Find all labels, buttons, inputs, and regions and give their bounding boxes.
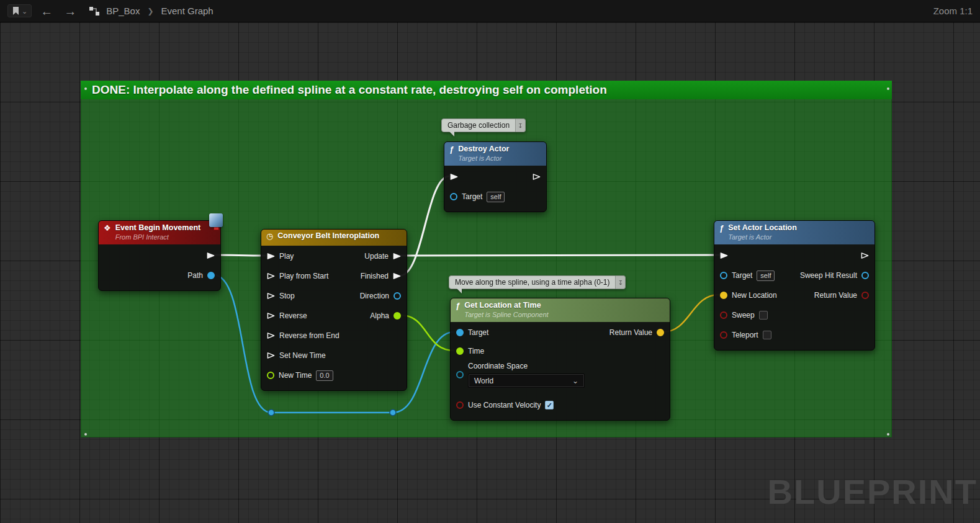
bool-pin-use-constant-velocity[interactable] [456,401,464,409]
object-pin-direction[interactable] [393,292,401,300]
pin-label: New Location [732,291,777,300]
exec-pin-out[interactable] [207,252,215,259]
target-value-field[interactable]: self [757,270,775,281]
node-subtitle: Target is Actor [458,154,509,163]
coordinate-space-dropdown[interactable]: World ⌄ [468,373,585,388]
comment-bubble-get-location: Move along the spline, using a time alph… [449,275,626,289]
node-header[interactable]: ◷ Conveyor Belt Interoplation [261,230,407,246]
graph-icon [89,6,100,16]
float-pin-time[interactable] [456,347,464,355]
back-button[interactable]: ← [38,5,55,17]
exec-pin-reverse-from-end[interactable] [267,332,275,339]
pin-label: Target [462,192,482,201]
comment-bubble-destroy-actor: Garbage collection ↧ [441,118,526,132]
bool-pin-return-value[interactable] [861,292,869,299]
node-title: Destroy Actor [458,145,509,154]
float-pin-alpha[interactable] [393,312,401,320]
exec-pin-set-new-time[interactable] [267,352,275,359]
exec-pin-play-from-start[interactable] [267,272,275,280]
function-icon: ƒ [449,145,454,154]
exec-pin-reverse[interactable] [267,312,275,320]
dropdown-value: World [474,377,493,385]
exec-pin-finished[interactable] [393,272,401,280]
bubble-text: Move along the spline, using a time alph… [449,275,616,289]
teleport-checkbox[interactable] [763,331,771,339]
node-header[interactable]: ƒ Set Actor Location Target is Actor [714,221,874,244]
pin-label: Return Value [814,291,857,300]
node-title: Conveyor Belt Interoplation [277,231,379,241]
node-header[interactable]: ❖ Event Begin Movement From BPI Interact [99,221,220,244]
breadcrumb-chevron-icon: ❯ [146,7,155,16]
pin-label: Reverse from End [279,331,339,340]
exec-pin-update[interactable] [393,253,401,260]
node-header[interactable]: ƒ Get Location at Time Target is Spline … [451,298,670,322]
node-set-actor-location[interactable]: ƒ Set Actor Location Target is Actor Tar… [714,220,875,351]
pin-label: Sweep Hit Result [800,271,857,280]
exec-pin-out[interactable] [861,252,869,259]
comment-handle[interactable] [84,433,87,436]
node-header[interactable]: ƒ Destroy Actor Target is Actor [444,142,546,166]
comment-handle[interactable] [887,433,889,436]
pin-label: Set New Time [279,351,326,360]
forward-button[interactable]: → [61,5,79,17]
exec-pin-in[interactable] [450,173,458,181]
bookmark-icon [12,6,20,16]
bookmark-chevron-icon: ⌄ [22,9,27,14]
node-conveyor-belt-interpolation[interactable]: ◷ Conveyor Belt Interoplation Play Play … [261,229,407,391]
exec-pin-out[interactable] [533,173,541,181]
object-pin-target[interactable] [450,193,457,200]
breadcrumb-root[interactable]: BP_Box [106,6,140,16]
comment-titlebar[interactable]: DONE: Interpolate along the defined spli… [81,81,892,99]
bookmark-button[interactable]: ⌄ [7,4,32,17]
bubble-text: Garbage collection [441,118,516,132]
function-icon: ƒ [719,223,724,233]
zoom-level-label: Zoom 1:1 [933,6,973,16]
exec-pin-stop[interactable] [267,292,275,300]
node-subtitle: From BPI Interact [115,233,201,242]
toolbar: ⌄ ← → BP_Box ❯ Event Graph Zoom 1:1 [0,0,980,22]
breadcrumb-current[interactable]: Event Graph [161,6,213,16]
vector-pin-new-location[interactable] [720,292,727,299]
pin-label: Update [364,252,389,261]
object-pin-path[interactable] [207,272,215,279]
pin-icon[interactable]: ↧ [616,275,626,289]
exec-pin-in[interactable] [720,252,728,259]
bool-pin-sweep[interactable] [720,311,727,319]
node-event-begin-movement[interactable]: ❖ Event Begin Movement From BPI Interact… [98,220,221,291]
function-icon: ƒ [456,301,460,311]
target-value-field[interactable]: self [487,192,505,202]
use-constant-velocity-checkbox[interactable]: ✓ [545,401,554,409]
comment-handle[interactable] [887,87,889,90]
bool-pin-teleport[interactable] [720,331,727,339]
pin-row-path: Path [99,266,220,285]
node-title: Event Begin Movement [115,223,201,233]
pin-label: Stop [279,292,295,300]
interface-event-icon [209,213,223,227]
float-pin-new-time[interactable] [267,372,274,379]
node-subtitle: Target is Spline Component [464,311,548,320]
pin-label: Path [187,271,203,280]
object-pin-target[interactable] [456,329,464,336]
pin-label: Play [279,252,294,261]
comment-title: DONE: Interpolate along the defined spli… [92,83,607,97]
sweep-checkbox[interactable] [759,311,768,320]
object-pin-target[interactable] [720,272,727,279]
node-title: Set Actor Location [728,223,797,233]
pin-label: Sweep [732,311,755,320]
node-get-location-at-time[interactable]: ƒ Get Location at Time Target is Spline … [450,298,670,421]
object-pin-sweep-hit-result[interactable] [861,272,869,279]
exec-pin-play[interactable] [267,253,275,260]
new-time-value-field[interactable]: 0.0 [316,370,333,381]
vector-pin-return-value[interactable] [657,329,664,336]
pin-label: Alpha [370,311,389,320]
comment-handle[interactable] [84,87,87,90]
node-destroy-actor[interactable]: ƒ Destroy Actor Target is Actor Targetse… [444,141,547,212]
node-subtitle: Target is Actor [728,233,797,242]
enum-pin-coordinate-space[interactable] [456,371,464,378]
pin-label: Play from Start [279,272,328,280]
pin-label: Direction [360,292,389,300]
pin-icon[interactable]: ↧ [516,118,526,132]
pin-label: Target [732,271,752,280]
event-icon: ❖ [104,223,111,233]
pin-label: Coordinate Space [468,362,585,370]
